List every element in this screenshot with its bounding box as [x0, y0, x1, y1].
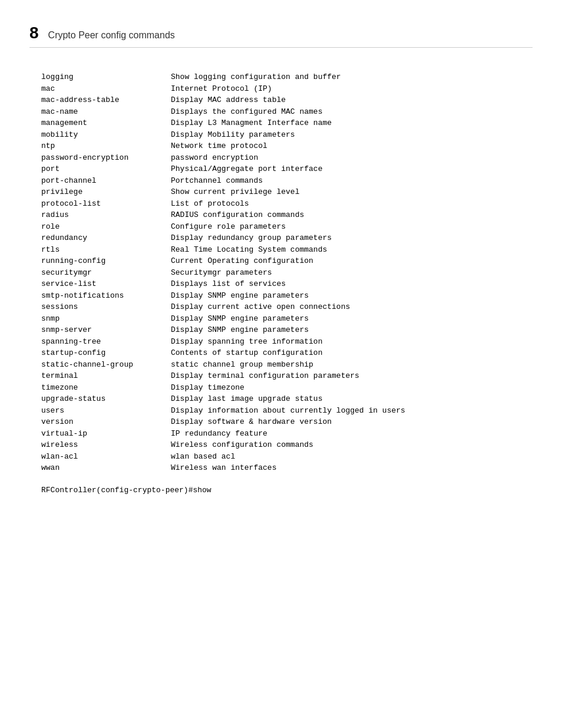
command-description: Display SNMP engine parameters — [171, 313, 533, 325]
table-row: smtp-notificationsDisplay SNMP engine pa… — [41, 290, 533, 302]
command-description: RADIUS configuration commands — [171, 209, 533, 221]
command-name: snmp-server — [41, 324, 171, 336]
table-row: radiusRADIUS configuration commands — [41, 209, 533, 221]
command-name: protocol-list — [41, 198, 171, 210]
table-row: spanning-treeDisplay spanning tree infor… — [41, 336, 533, 348]
table-row: password-encryptionpassword encryption — [41, 152, 533, 164]
command-name: running-config — [41, 255, 171, 267]
command-name: ntp — [41, 140, 171, 152]
table-row: sessionsDisplay current active open conn… — [41, 301, 533, 313]
table-row: managementDisplay L3 Managment Interface… — [41, 117, 533, 129]
chapter-title: Crypto Peer config commands — [48, 30, 175, 41]
table-row: virtual-ipIP redundancy feature — [41, 428, 533, 440]
table-row: macInternet Protocol (IP) — [41, 83, 533, 95]
table-row: protocol-listList of protocols — [41, 198, 533, 210]
command-description: Display L3 Managment Interface name — [171, 117, 533, 129]
command-name: securitymgr — [41, 267, 171, 279]
command-description: List of protocols — [171, 198, 533, 210]
command-description: Display software & hardware version — [171, 416, 533, 428]
command-name: password-encryption — [41, 152, 171, 164]
command-name: redundancy — [41, 232, 171, 244]
table-row: terminalDisplay terminal configuration p… — [41, 370, 533, 382]
command-description: Current Operating configuration — [171, 255, 533, 267]
command-description: Real Time Locating System commands — [171, 244, 533, 256]
command-name: upgrade-status — [41, 393, 171, 405]
command-description: Display last image upgrade status — [171, 393, 533, 405]
table-row: portPhysical/Aggregate port interface — [41, 163, 533, 175]
command-name: port — [41, 163, 171, 175]
command-description: Displays the configured MAC names — [171, 106, 533, 118]
table-row: loggingShow logging configuration and bu… — [41, 71, 533, 83]
command-name: port-channel — [41, 175, 171, 187]
command-description: Display terminal configuration parameter… — [171, 370, 533, 382]
table-row: static-channel-groupstatic channel group… — [41, 359, 533, 371]
command-description: static channel group membership — [171, 359, 533, 371]
table-row: running-configCurrent Operating configur… — [41, 255, 533, 267]
command-description: Display SNMP engine parameters — [171, 290, 533, 302]
command-description: password encryption — [171, 152, 533, 164]
command-description: Show logging configuration and buffer — [171, 71, 533, 83]
table-row: snmpDisplay SNMP engine parameters — [41, 313, 533, 325]
command-description: wlan based acl — [171, 451, 533, 463]
command-name: static-channel-group — [41, 359, 171, 371]
command-description: Portchannel commands — [171, 175, 533, 187]
command-description: Displays list of services — [171, 278, 533, 290]
prompt-line: RFController(config-crypto-peer)#show — [41, 486, 533, 495]
command-description: Network time protocol — [171, 140, 533, 152]
command-name: management — [41, 117, 171, 129]
table-row: privilegeShow current privilege level — [41, 186, 533, 198]
command-table: loggingShow logging configuration and bu… — [41, 71, 533, 474]
command-name: role — [41, 221, 171, 233]
content-area: loggingShow logging configuration and bu… — [29, 71, 533, 495]
command-name: mac-address-table — [41, 94, 171, 106]
command-name: users — [41, 405, 171, 417]
command-name: smtp-notifications — [41, 290, 171, 302]
command-name: snmp — [41, 313, 171, 325]
command-name: startup-config — [41, 347, 171, 359]
command-name: wlan-acl — [41, 451, 171, 463]
command-name: mobility — [41, 129, 171, 141]
table-row: rtlsReal Time Locating System commands — [41, 244, 533, 256]
table-row: usersDisplay information about currently… — [41, 405, 533, 417]
command-name: mac-name — [41, 106, 171, 118]
table-row: roleConfigure role parameters — [41, 221, 533, 233]
command-name: rtls — [41, 244, 171, 256]
table-row: startup-configContents of startup config… — [41, 347, 533, 359]
table-row: wlan-aclwlan based acl — [41, 451, 533, 463]
command-description: Internet Protocol (IP) — [171, 83, 533, 95]
command-description: Wireless wan interfaces — [171, 462, 533, 474]
command-name: timezone — [41, 382, 171, 394]
command-description: Display spanning tree information — [171, 336, 533, 348]
table-row: port-channelPortchannel commands — [41, 175, 533, 187]
command-name: mac — [41, 83, 171, 95]
command-description: Configure role parameters — [171, 221, 533, 233]
command-description: Contents of startup configuration — [171, 347, 533, 359]
command-description: Display SNMP engine parameters — [171, 324, 533, 336]
table-row: wwanWireless wan interfaces — [41, 462, 533, 474]
table-row: snmp-serverDisplay SNMP engine parameter… — [41, 324, 533, 336]
table-row: service-listDisplays list of services — [41, 278, 533, 290]
table-row: timezoneDisplay timezone — [41, 382, 533, 394]
command-description: Physical/Aggregate port interface — [171, 163, 533, 175]
command-name: radius — [41, 209, 171, 221]
table-row: redundancyDisplay redundancy group param… — [41, 232, 533, 244]
command-description: Display Mobility parameters — [171, 129, 533, 141]
command-description: Show current privilege level — [171, 186, 533, 198]
table-row: securitymgrSecuritymgr parameters — [41, 267, 533, 279]
chapter-number: 8 — [29, 24, 39, 42]
command-name: wireless — [41, 439, 171, 451]
command-name: logging — [41, 71, 171, 83]
table-row: versionDisplay software & hardware versi… — [41, 416, 533, 428]
page-header: 8 Crypto Peer config commands — [29, 24, 533, 48]
table-row: mac-address-tableDisplay MAC address tab… — [41, 94, 533, 106]
command-description: Securitymgr parameters — [171, 267, 533, 279]
table-row: upgrade-statusDisplay last image upgrade… — [41, 393, 533, 405]
command-name: sessions — [41, 301, 171, 313]
command-description: Display redundancy group parameters — [171, 232, 533, 244]
command-description: Wireless configuration commands — [171, 439, 533, 451]
command-name: spanning-tree — [41, 336, 171, 348]
command-name: wwan — [41, 462, 171, 474]
table-row: mobilityDisplay Mobility parameters — [41, 129, 533, 141]
command-description: Display timezone — [171, 382, 533, 394]
command-description: Display MAC address table — [171, 94, 533, 106]
